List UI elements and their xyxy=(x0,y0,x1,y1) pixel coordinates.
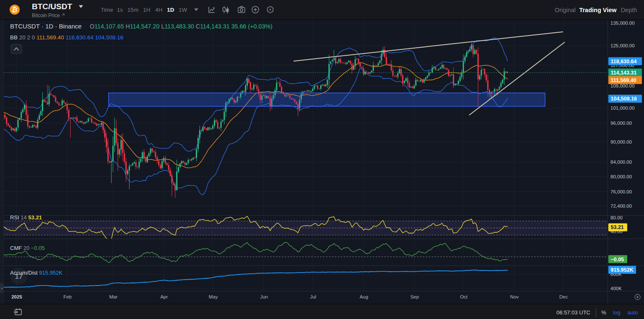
svg-text:Dec: Dec xyxy=(559,294,568,299)
svg-text:CMF 20 −0.05: CMF 20 −0.05 xyxy=(10,245,45,251)
svg-text:Aug: Aug xyxy=(360,294,368,299)
svg-text:84,000.00: 84,000.00 xyxy=(610,160,632,165)
svg-text:May: May xyxy=(209,294,218,299)
svg-text:log: log xyxy=(613,309,620,316)
svg-text:2025: 2025 xyxy=(11,294,22,299)
svg-text:76,000.00: 76,000.00 xyxy=(610,189,632,194)
svg-text:‹: ‹ xyxy=(1,286,3,291)
svg-text:118,630.64: 118,630.64 xyxy=(611,59,637,64)
svg-text:114,143.31: 114,143.31 xyxy=(611,70,637,76)
svg-text:915.952K: 915.952K xyxy=(611,267,634,273)
svg-text:O114,107.65 H114,547.20 L113,4: O114,107.65 H114,547.20 L113,483.30 C114… xyxy=(90,23,273,30)
svg-text:%: % xyxy=(601,309,606,316)
svg-text:Original: Original xyxy=(555,7,576,13)
svg-text:80.00: 80.00 xyxy=(610,215,623,220)
svg-text:Depth: Depth xyxy=(621,7,637,13)
svg-text:Accum/Dist 915.952K: Accum/Dist 915.952K xyxy=(10,270,62,276)
svg-text:Feb: Feb xyxy=(63,294,72,299)
svg-text:Mar: Mar xyxy=(109,294,117,299)
svg-text:125,000.00: 125,000.00 xyxy=(610,43,635,48)
svg-text:Apr: Apr xyxy=(160,294,168,299)
svg-text:RSI 14 53.21: RSI 14 53.21 xyxy=(10,214,42,221)
svg-text:72,400.00: 72,400.00 xyxy=(610,203,632,208)
svg-text:109,000.00: 109,000.00 xyxy=(610,83,635,88)
svg-text:Sep: Sep xyxy=(410,294,419,299)
svg-text:96,000.00: 96,000.00 xyxy=(610,121,632,126)
svg-text:135,000.00: 135,000.00 xyxy=(610,21,635,26)
svg-text:101,000.00: 101,000.00 xyxy=(610,105,635,111)
svg-text:−0.05: −0.05 xyxy=(611,257,624,262)
svg-text:BB 20 2 0 111,569.40 118,630: BB 20 2 0 111,569.40 118,630.64 104,508.… xyxy=(10,34,123,41)
svg-text:4H: 4H xyxy=(155,7,162,13)
svg-text:Trading View: Trading View xyxy=(579,7,617,13)
svg-text:53.21: 53.21 xyxy=(611,224,624,230)
svg-text:Bitcoin Price: Bitcoin Price xyxy=(32,13,60,18)
svg-text:80,000.00: 80,000.00 xyxy=(610,174,632,179)
svg-text:111,569.40: 111,569.40 xyxy=(611,77,636,83)
svg-text:90,000.00: 90,000.00 xyxy=(610,139,632,144)
svg-text:BTCUSDT · 1D · Binance: BTCUSDT · 1D · Binance xyxy=(10,23,82,30)
svg-text:auto: auto xyxy=(627,309,638,316)
svg-text:Jun: Jun xyxy=(260,294,268,299)
svg-text:104,508.16: 104,508.16 xyxy=(611,96,637,102)
svg-text:Oct: Oct xyxy=(460,294,468,299)
svg-text:BTC/USDT: BTC/USDT xyxy=(32,2,72,11)
svg-text:400K: 400K xyxy=(610,286,622,291)
svg-text:1D: 1D xyxy=(167,7,174,13)
svg-text:15m: 15m xyxy=(127,7,138,13)
svg-text:Nov: Nov xyxy=(510,294,519,299)
svg-text:Time: Time xyxy=(101,7,113,13)
svg-text:1s: 1s xyxy=(117,7,123,13)
svg-text:1W: 1W xyxy=(179,7,187,13)
svg-text:Jul: Jul xyxy=(310,294,316,299)
svg-text:1H: 1H xyxy=(143,7,150,13)
svg-text:06:57:03 UTC: 06:57:03 UTC xyxy=(556,309,590,316)
